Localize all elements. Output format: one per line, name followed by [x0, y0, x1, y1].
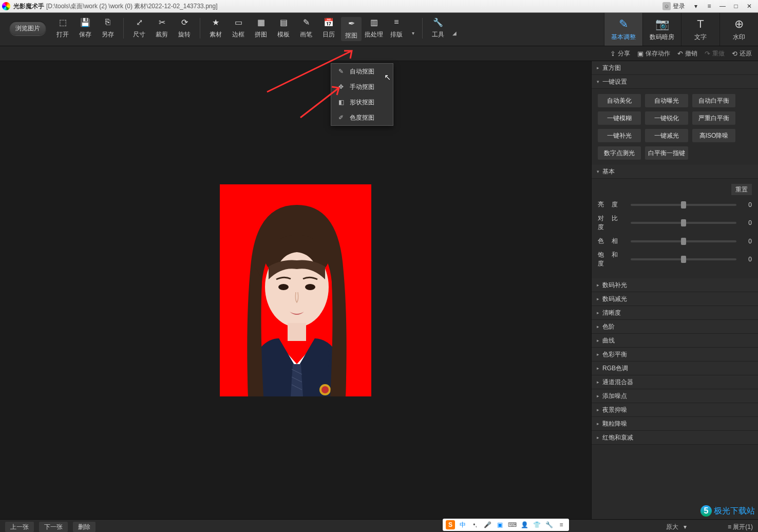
- ime-image-icon[interactable]: ▣: [495, 520, 504, 529]
- toolbar-批处理[interactable]: ▥批处理: [364, 17, 384, 39]
- svg-point-2: [278, 284, 289, 290]
- tools-more[interactable]: ◢: [449, 20, 460, 46]
- slider-thumb[interactable]: [681, 201, 686, 208]
- watermark-logo-icon: 5: [700, 505, 712, 517]
- pin-button[interactable]: ▾: [689, 2, 703, 11]
- panel-色阶[interactable]: ▸色阶: [592, 320, 758, 334]
- watermark: 5 极光下载站: [700, 505, 755, 517]
- chevron-down-icon: ▾: [597, 79, 599, 84]
- save-action-button[interactable]: ▣保存动作: [637, 49, 670, 58]
- tab-水印[interactable]: ⊕水印: [719, 13, 758, 46]
- preset-自动曝光[interactable]: 自动曝光: [645, 94, 688, 107]
- panel-清晰度[interactable]: ▸清晰度: [592, 306, 758, 320]
- browse-button[interactable]: 浏览图片: [9, 21, 46, 35]
- undo-button[interactable]: ↶撤销: [677, 49, 697, 58]
- toolbar-抠图[interactable]: ✒抠图: [341, 17, 362, 41]
- panel-通道混合器[interactable]: ▸通道混合器: [592, 375, 758, 389]
- toolbar-另存[interactable]: ⎘另存: [98, 17, 118, 39]
- toolbar-排版[interactable]: ≡排版: [386, 17, 407, 39]
- preset-一键锐化[interactable]: 一键锐化: [645, 111, 688, 125]
- maximize-button[interactable]: □: [729, 2, 743, 11]
- panel-数码补光[interactable]: ▸数码补光: [592, 278, 758, 292]
- toolbar-画笔[interactable]: ✎画笔: [296, 17, 316, 39]
- preset-白平衡一指键[interactable]: 白平衡一指键: [645, 146, 688, 160]
- toolbar-裁剪[interactable]: ✂裁剪: [151, 17, 172, 39]
- ime-menu-icon[interactable]: ≡: [557, 520, 566, 529]
- ime-voice-icon[interactable]: 🎤: [483, 520, 492, 529]
- slider-track[interactable]: [631, 240, 736, 242]
- delete-button[interactable]: 删除: [73, 522, 96, 532]
- preset-严重白平衡[interactable]: 严重白平衡: [692, 111, 735, 125]
- ime-bar[interactable]: S 中 •, 🎤 ▣ ⌨ 👤 👕 🔧 ≡: [443, 519, 569, 531]
- tab-基本调整[interactable]: ✎基本调整: [604, 13, 642, 46]
- chevron-right-icon: ▸: [597, 407, 599, 412]
- close-button[interactable]: ✕: [743, 2, 756, 11]
- panel-histogram[interactable]: ▸直方图: [592, 61, 758, 75]
- panel-颗粒降噪[interactable]: ▸颗粒降噪: [592, 417, 758, 431]
- preset-高ISO降噪[interactable]: 高ISO降噪: [692, 129, 735, 142]
- slider-track[interactable]: [631, 222, 736, 224]
- ime-punct-icon[interactable]: •,: [470, 520, 480, 529]
- chevron-right-icon: ▸: [597, 393, 599, 398]
- canvas[interactable]: ✎自动抠图 ✥手动抠图 ◧形状抠图 ✐色度抠图 ↖: [0, 61, 591, 519]
- menu-button[interactable]: ≡: [703, 2, 716, 11]
- toolbar-工具[interactable]: 🔧工具: [428, 17, 448, 39]
- annotation-arrow-2: [298, 82, 344, 123]
- toolbar-保存[interactable]: 💾保存: [75, 17, 96, 39]
- panel-色彩平衡[interactable]: ▸色彩平衡: [592, 348, 758, 362]
- tab-icon: ⊕: [734, 17, 744, 31]
- slider-track[interactable]: [631, 204, 736, 206]
- toolbar-模板[interactable]: ▤模板: [273, 17, 294, 39]
- panel-basic[interactable]: ▾基本: [592, 165, 758, 179]
- tab-数码暗房[interactable]: 📷数码暗房: [642, 13, 681, 46]
- share-button[interactable]: ⇪分享: [610, 49, 630, 58]
- preset-自动白平衡[interactable]: 自动白平衡: [692, 94, 735, 107]
- toolbar-打开[interactable]: ⬚打开: [52, 17, 73, 39]
- slider-thumb[interactable]: [681, 219, 686, 226]
- ime-toolbox-icon[interactable]: 🔧: [544, 520, 554, 529]
- panel-数码减光[interactable]: ▸数码减光: [592, 292, 758, 306]
- slider-track[interactable]: [631, 258, 736, 260]
- panel-曲线[interactable]: ▸曲线: [592, 334, 758, 348]
- toolbar-日历[interactable]: 📅日历: [318, 17, 339, 39]
- preset-一键模糊[interactable]: 一键模糊: [598, 111, 641, 125]
- toolbar-素材[interactable]: ★素材: [205, 17, 226, 39]
- tab-文字[interactable]: T文字: [681, 13, 719, 46]
- preset-一键减光[interactable]: 一键减光: [645, 129, 688, 142]
- toolbar-旋转[interactable]: ⟳旋转: [174, 17, 195, 39]
- panel-oneclick[interactable]: ▾一键设置: [592, 75, 758, 89]
- preset-自动美化[interactable]: 自动美化: [598, 94, 641, 107]
- prev-button[interactable]: 上一张: [5, 522, 34, 532]
- toolbar-more[interactable]: ▾: [408, 20, 418, 46]
- restore-button[interactable]: ⟲还原: [732, 49, 752, 58]
- toolbar-尺寸[interactable]: ⤢尺寸: [129, 17, 149, 39]
- redo-icon: ↷: [705, 50, 710, 58]
- reset-button[interactable]: 重置: [731, 184, 752, 195]
- next-button[interactable]: 下一张: [39, 522, 68, 532]
- save-icon: ▣: [637, 50, 643, 58]
- ime-keyboard-icon[interactable]: ⌨: [507, 520, 517, 529]
- panel-夜景抑噪[interactable]: ▸夜景抑噪: [592, 403, 758, 417]
- preset-一键补光[interactable]: 一键补光: [598, 129, 641, 142]
- login-button[interactable]: ☺ 登录: [662, 2, 685, 11]
- main-area: ✎自动抠图 ✥手动抠图 ◧形状抠图 ✐色度抠图 ↖ ▸直方图 ▾一键设置 自动美…: [0, 61, 758, 519]
- tab-icon: ✎: [619, 17, 628, 31]
- redo-button[interactable]: ↷重做: [705, 49, 725, 58]
- ime-skin-icon[interactable]: 👕: [532, 520, 541, 529]
- ime-lang-icon[interactable]: 中: [458, 520, 467, 529]
- tool-icon: 💾: [80, 17, 90, 27]
- tab-icon: 📷: [655, 17, 669, 31]
- panel-红饱和衰减[interactable]: ▸红饱和衰减: [592, 431, 758, 445]
- minimize-button[interactable]: —: [716, 2, 729, 11]
- ime-user-icon[interactable]: 👤: [520, 520, 529, 529]
- panel-RGB色调[interactable]: ▸RGB色调: [592, 362, 758, 375]
- tool-icon: ▤: [278, 17, 289, 27]
- slider-对比度: 对 比 度0: [598, 214, 752, 232]
- expand-button[interactable]: ≡ 展开(1): [728, 523, 753, 531]
- panel-添加噪点[interactable]: ▸添加噪点: [592, 389, 758, 403]
- toolbar-拼图[interactable]: ▦拼图: [251, 17, 271, 39]
- toolbar-边框[interactable]: ▭边框: [228, 17, 249, 39]
- preset-数字点测光[interactable]: 数字点测光: [598, 146, 641, 160]
- slider-thumb[interactable]: [681, 238, 686, 245]
- slider-thumb[interactable]: [681, 256, 686, 263]
